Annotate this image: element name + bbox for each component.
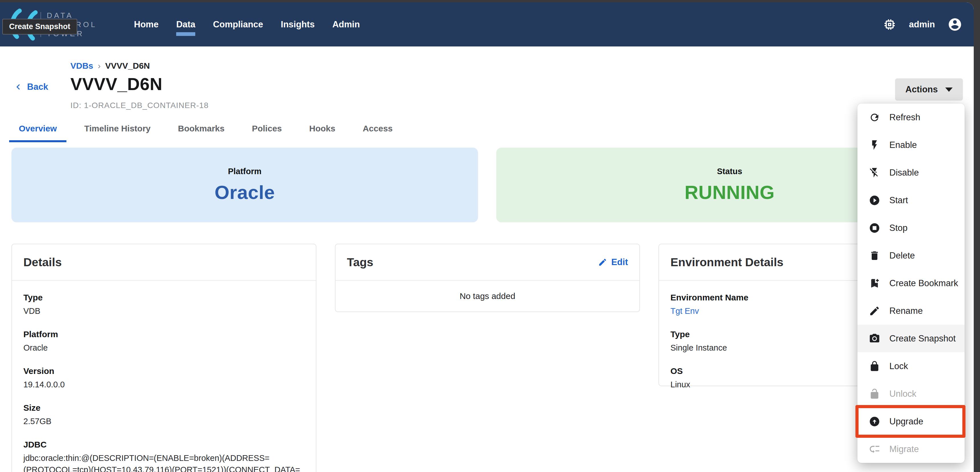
field-jdbc: JDBC jdbc:oracle:thin:@(DESCRIPTION=(ENA… [23,440,304,472]
menu-item-migrate-label: Migrate [889,444,919,455]
menu-item-rename-label: Rename [889,306,923,316]
tab-access[interactable]: Access [353,124,402,142]
tab-hooks[interactable]: Hooks [299,124,345,142]
nav-item-data[interactable]: Data [176,19,195,30]
tab-polices[interactable]: Polices [242,124,292,142]
create-snapshot-tooltip: Create Snapshot [2,19,77,35]
field-platform: Platform Oracle [23,329,304,354]
details-card-title: Details [23,256,62,269]
menu-item-start[interactable]: Start [858,186,965,214]
nav-item-admin[interactable]: Admin [332,19,360,30]
field-os: OS Linux [670,366,858,391]
menu-item-lock[interactable]: Lock [858,352,965,380]
details-card: Details Type VDB Platform Oracle Version… [11,244,317,472]
edit-tags-label: Edit [611,257,628,267]
field-environment-name-label: Environment Name [670,293,858,302]
menu-item-upgrade[interactable]: Upgrade [858,408,965,435]
nav-item-data-label: Data [176,19,195,29]
field-env-type-value: Single Instance [670,342,858,354]
menu-item-refresh[interactable]: Refresh [858,103,965,131]
field-version: Version 19.14.0.0.0 [23,366,304,391]
menu-item-create-snapshot[interactable]: Create Snapshot [858,325,965,352]
actions-button[interactable]: Actions [895,78,963,101]
menu-item-enable[interactable]: Enable [858,131,965,159]
environment-card-body: Environment Name Tgt Env Type Single Ins… [659,281,869,391]
active-nav-underline [176,32,195,36]
field-env-type-label: Type [670,329,858,339]
edit-tags-button[interactable]: Edit [598,257,628,267]
menu-item-lock-label: Lock [889,361,908,371]
menu-item-refresh-label: Refresh [889,112,920,122]
breadcrumb: VDBs › VVVV_D6N [70,61,208,71]
menu-item-delete[interactable]: Delete [858,242,965,269]
menu-item-enable-label: Enable [889,140,917,150]
app-window: DATA CONTROL TOWER Home Data Compliance … [0,2,974,472]
status-label: Status [717,167,742,176]
breadcrumb-current: VVVV_D6N [105,61,150,71]
chip-icon[interactable] [883,17,896,31]
tags-card: Tags Edit No tags added [335,244,640,312]
username-label: admin [909,19,935,30]
nav-item-compliance[interactable]: Compliance [213,19,263,30]
tab-timeline-history[interactable]: Timeline History [75,124,160,142]
environment-name-link[interactable]: Tgt Env [670,305,858,317]
play-circle-icon [869,195,880,206]
field-version-value: 19.14.0.0.0 [23,379,304,391]
menu-item-upgrade-label: Upgrade [889,416,923,427]
stop-circle-icon [869,222,880,234]
field-platform-value: Oracle [23,342,304,354]
field-type: Type VDB [23,293,304,317]
platform-label: Platform [228,167,262,176]
menu-item-create-bookmark-label: Create Bookmark [889,278,958,288]
environment-card-title: Environment Details [670,256,783,269]
tags-card-header: Tags Edit [336,244,640,281]
field-environment-name: Environment Name Tgt Env [670,293,858,317]
container-id-label: ID: 1-ORACLE_DB_CONTAINER-18 [70,101,208,110]
details-card-body: Type VDB Platform Oracle Version 19.14.0… [12,281,316,472]
page-header: VDBs › VVVV_D6N VVVV_D6N ID: 1-ORACLE_DB… [70,61,208,110]
migrate-icon [869,443,880,455]
field-type-value: VDB [23,305,304,317]
field-size-value: 2.57GB [23,416,304,427]
nav-item-insights[interactable]: Insights [281,19,315,30]
refresh-icon [869,112,880,123]
top-navbar: DATA CONTROL TOWER Home Data Compliance … [0,2,974,46]
menu-item-start-label: Start [889,195,908,205]
actions-dropdown-menu: Refresh Enable Disable Start Stop Delete… [858,103,965,463]
tab-bookmarks[interactable]: Bookmarks [168,124,234,142]
menu-item-migrate: Migrate [858,435,965,463]
navbar-right-cluster: admin [883,2,963,46]
tags-empty-text: No tags added [336,281,640,311]
field-platform-label: Platform [23,329,304,339]
caret-down-icon [945,87,953,92]
pencil-icon [598,257,607,267]
field-version-label: Version [23,366,304,376]
camera-icon [869,333,880,344]
environment-card-header: Environment Details [659,244,869,281]
detail-tabs: Overview Timeline History Bookmarks Poli… [9,124,402,142]
field-size: Size 2.57GB [23,403,304,427]
user-avatar-icon[interactable] [948,17,963,32]
lock-open-icon [869,388,880,400]
menu-item-create-bookmark[interactable]: Create Bookmark [858,269,965,297]
back-button[interactable]: Back [13,81,48,92]
menu-item-rename[interactable]: Rename [858,297,965,325]
nav-item-home[interactable]: Home [134,19,159,30]
field-os-value: Linux [670,379,858,391]
lock-icon [869,361,880,372]
field-jdbc-label: JDBC [23,440,304,450]
tags-card-title: Tags [347,256,374,269]
primary-nav: Home Data Compliance Insights Admin [134,2,360,46]
menu-item-stop[interactable]: Stop [858,214,965,242]
back-label: Back [27,82,48,92]
breadcrumb-separator: › [98,61,100,71]
breadcrumb-vdbs-link[interactable]: VDBs [70,61,93,71]
bookmark-add-icon [869,278,880,289]
flash-off-icon [869,167,880,178]
tab-overview[interactable]: Overview [9,124,67,142]
menu-item-disable[interactable]: Disable [858,159,965,186]
field-size-label: Size [23,403,304,413]
environment-details-card: Environment Details Environment Name Tgt… [659,244,869,386]
chevron-left-icon [13,81,24,92]
summary-cards-row: Platform Oracle Status RUNNING [11,148,963,222]
